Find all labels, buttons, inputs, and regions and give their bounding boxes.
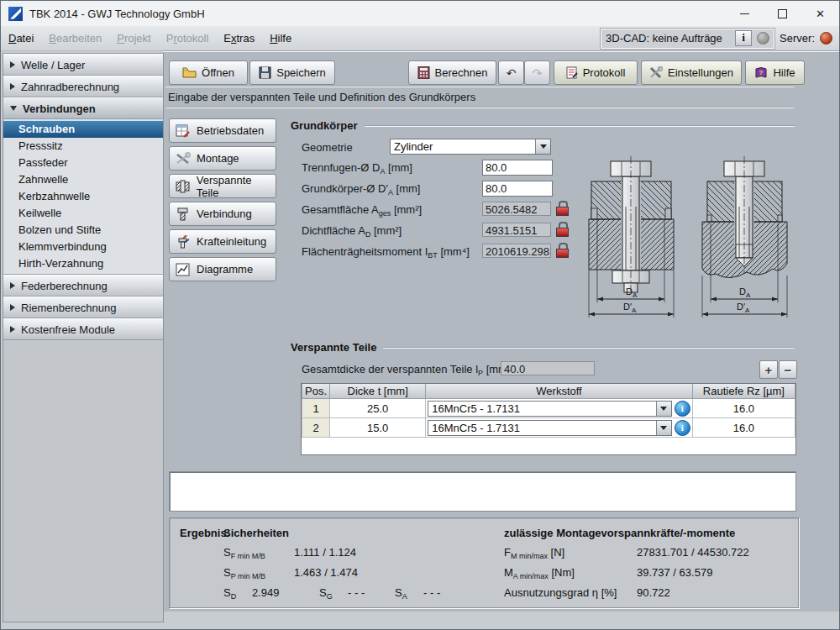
server-led-icon bbox=[820, 32, 832, 45]
sidebar-item-schrauben[interactable]: Schrauben bbox=[3, 121, 163, 138]
remove-row-button[interactable]: − bbox=[779, 360, 797, 379]
menu-extras[interactable]: Extras bbox=[216, 29, 262, 48]
fm-value: 27831.701 / 44530.722 bbox=[637, 546, 749, 559]
folder-open-icon bbox=[182, 66, 197, 79]
material-info-button[interactable]: i bbox=[675, 420, 690, 436]
operating-data-icon bbox=[176, 124, 191, 138]
sa-label: SA bbox=[395, 586, 407, 601]
sicherheiten-title: Sicherheiten bbox=[223, 527, 289, 539]
dicke-cell[interactable]: 25.0 bbox=[330, 399, 426, 418]
werkstoff-select[interactable]: 16MnCr5 - 1.7131 bbox=[428, 401, 672, 417]
tapped-thread-drawing: DA D'A bbox=[701, 156, 790, 321]
sidebar-item-kerbzahnwelle[interactable]: Kerbzahnwelle bbox=[3, 188, 163, 205]
result-panel: Ergebnis: Sicherheiten SF min M/B 1.111 … bbox=[169, 517, 799, 608]
settings-button[interactable]: Einstellungen bbox=[641, 60, 742, 85]
werkstoff-select[interactable]: 16MnCr5 - 1.7131 bbox=[428, 420, 672, 436]
minimize-button[interactable] bbox=[726, 1, 764, 26]
menu-hilfe[interactable]: Hilfe bbox=[262, 29, 299, 48]
lock-icon bbox=[556, 222, 569, 236]
close-button[interactable]: ✕ bbox=[801, 1, 839, 26]
sidebar-section-riemenberechnung[interactable]: Riemenberechnung bbox=[3, 297, 163, 318]
sp-label: SP min M/B bbox=[223, 566, 265, 580]
cad-info-button[interactable]: i bbox=[735, 30, 752, 46]
nav-diagramme-button[interactable]: Diagramme bbox=[169, 257, 276, 281]
dropdown-button[interactable] bbox=[535, 139, 550, 154]
nav-montage-button[interactable]: Montage bbox=[169, 146, 276, 171]
sidebar-item-hirth-verzahnung[interactable]: Hirth-Verzahnung bbox=[3, 255, 163, 272]
titlebar: TBK 2014 - GWJ Technology GmbH ✕ bbox=[1, 1, 839, 27]
cad-status-text: 3D-CAD: keine Aufträge bbox=[606, 32, 730, 45]
divider bbox=[365, 125, 795, 127]
sidebar-section-federberechnung[interactable]: Federberechnung bbox=[3, 275, 163, 297]
force-application-icon bbox=[176, 235, 191, 249]
sidebar-item-bolzen-und-stifte[interactable]: Bolzen und Stifte bbox=[3, 222, 163, 239]
protocol-button[interactable]: Protokoll bbox=[554, 60, 638, 85]
werkstoff-cell: 16MnCr5 - 1.7131 i bbox=[426, 418, 693, 438]
geometrie-select[interactable]: Zylinder bbox=[390, 139, 551, 155]
menu-bearbeiten[interactable]: Bearbeiten bbox=[41, 29, 109, 48]
calculate-button[interactable]: Berechnen bbox=[408, 60, 496, 85]
dropdown-button[interactable] bbox=[656, 421, 671, 435]
rautiefe-cell[interactable]: 16.0 bbox=[692, 399, 795, 418]
help-button[interactable]: ? Hilfe bbox=[745, 60, 805, 85]
pos-cell: 1 bbox=[302, 399, 330, 418]
sidebar-item-keilwelle[interactable]: Keilwelle bbox=[3, 205, 163, 222]
nav-betriebsdaten-button[interactable]: Betriebsdaten bbox=[169, 118, 276, 143]
trennfugen-input[interactable] bbox=[482, 160, 553, 176]
sidebar-section-welle-lager[interactable]: Welle / Lager bbox=[3, 54, 163, 76]
svg-text:?: ? bbox=[759, 69, 764, 76]
calculator-icon bbox=[417, 66, 430, 79]
tools-icon bbox=[649, 66, 663, 79]
grundkoerper-legend: Grundkörper bbox=[291, 119, 357, 132]
chart-icon bbox=[176, 263, 191, 276]
chevron-down-icon bbox=[540, 144, 547, 149]
redo-button[interactable]: ↷ bbox=[524, 60, 550, 85]
sidebar-section-verbindungen[interactable]: Verbindungen bbox=[3, 97, 163, 119]
nav-verbindung-button[interactable]: Verbindung bbox=[169, 202, 276, 226]
sidebar-section-zahnradberechnung[interactable]: Zahnradberechnung bbox=[3, 76, 163, 97]
menu-protokoll[interactable]: Protokoll bbox=[159, 29, 217, 48]
rautiefe-cell[interactable]: 16.0 bbox=[692, 418, 795, 438]
grundkoerper-d-input[interactable] bbox=[482, 181, 553, 197]
sidebar-section-kostenfreie-module[interactable]: Kostenfreie Module bbox=[3, 318, 163, 340]
maximize-button[interactable] bbox=[764, 1, 801, 26]
sidebar-item-zahnwelle[interactable]: Zahnwelle bbox=[3, 171, 163, 188]
geometrie-label: Geometrie bbox=[302, 141, 353, 154]
werkstoff-cell: 16MnCr5 - 1.7131 i bbox=[426, 399, 693, 418]
save-button[interactable]: Speichern bbox=[249, 60, 335, 85]
nav-krafteinleitung-button[interactable]: Krafteinleitung bbox=[169, 229, 276, 254]
sidebar-item-presssitz[interactable]: Presssitz bbox=[3, 138, 163, 155]
chevron-right-icon bbox=[10, 326, 15, 333]
chevron-right-icon bbox=[10, 282, 15, 289]
dicke-cell[interactable]: 15.0 bbox=[330, 418, 426, 438]
table-empty-area bbox=[302, 438, 795, 454]
sidebar-item-passfeder[interactable]: Passfeder bbox=[3, 155, 163, 171]
menu-projekt[interactable]: Projekt bbox=[109, 29, 158, 48]
gesamtflaeche-value: 5026.5482 bbox=[482, 202, 551, 216]
gesamtdicke-label: Gesamtdicke der verspannten Teile lP [mm… bbox=[302, 363, 511, 377]
sidebar-item-klemmverbindung[interactable]: Klemmverbindung bbox=[3, 239, 163, 255]
add-row-button[interactable]: + bbox=[759, 360, 778, 379]
dropdown-button[interactable] bbox=[656, 402, 671, 416]
sg-value: - - - bbox=[348, 586, 365, 599]
lock-icon bbox=[556, 201, 569, 215]
table-header-row: Pos. Dicke t [mm] Werkstoff Rautiefe Rz … bbox=[302, 384, 795, 399]
menu-datei[interactable]: Datei bbox=[1, 29, 41, 48]
open-button[interactable]: Öffnen bbox=[169, 60, 248, 85]
material-info-button[interactable]: i bbox=[675, 401, 690, 417]
nav-verspannte-teile-button[interactable]: Verspannte Teile bbox=[169, 174, 276, 198]
grundkoerper-d-label: Grundkörper-Ø D'A [mm] bbox=[302, 182, 420, 197]
trennfugen-label: Trennfugen-Ø DA [mm] bbox=[302, 161, 412, 176]
app-logo-icon bbox=[8, 7, 23, 21]
undo-button[interactable]: ↶ bbox=[498, 60, 524, 85]
col-werkstoff: Werkstoff bbox=[426, 384, 693, 399]
bolt-icon bbox=[176, 207, 191, 221]
geometrie-value: Zylinder bbox=[391, 140, 535, 153]
dichtflaeche-label: Dichtfläche AD [mm²] bbox=[302, 224, 402, 239]
help-book-icon: ? bbox=[754, 66, 768, 79]
clamped-parts-icon bbox=[176, 180, 191, 193]
minimize-icon bbox=[740, 13, 749, 14]
server-label: Server: bbox=[780, 32, 815, 45]
chevron-right-icon bbox=[10, 83, 15, 90]
sa-value: - - - bbox=[423, 586, 440, 599]
